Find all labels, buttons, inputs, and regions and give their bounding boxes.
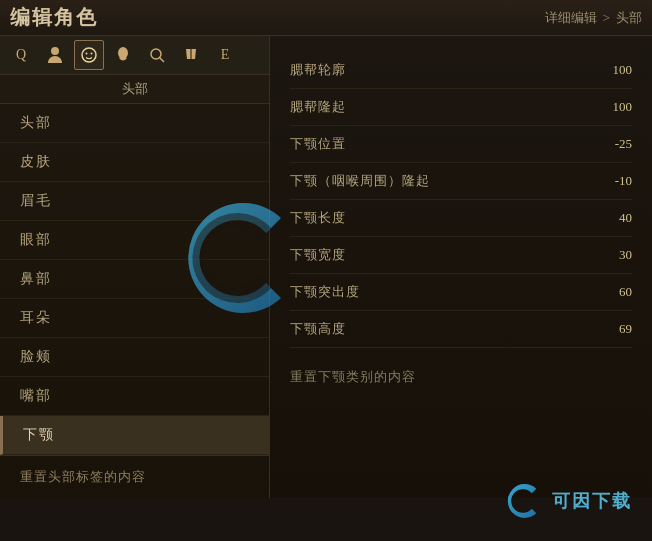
toolbar-icon-search[interactable] [142,40,172,70]
slider-row[interactable]: 腮帮轮廓100 [290,52,632,89]
sidebar-item-耳朵[interactable]: 耳朵 [0,299,269,338]
slider-label: 下颚（咽喉周围）隆起 [290,172,582,190]
nav-list: 头部皮肤眉毛眼部鼻部耳朵脸颊嘴部下颚 [0,104,269,455]
toolbar-icon-person[interactable] [40,40,70,70]
breadcrumb-parent: 详细编辑 [545,9,597,27]
sidebar-item-头部[interactable]: 头部 [0,104,269,143]
sidebar-item-皮肤[interactable]: 皮肤 [0,143,269,182]
slider-row[interactable]: 下颚长度40 [290,200,632,237]
sidebar: Q [0,36,270,498]
svg-point-4 [118,47,128,59]
slider-row[interactable]: 下颚高度69 [290,311,632,348]
slider-label: 下颚高度 [290,320,582,338]
breadcrumb-current: 头部 [616,9,642,27]
sidebar-category-label: 头部 [0,75,269,104]
reset-category-button[interactable]: 重置下颚类别的内容 [290,368,632,386]
right-panel: 腮帮轮廓100腮帮隆起100下颚位置-25下颚（咽喉周围）隆起-10下颚长度40… [270,36,652,498]
slider-label: 下颚宽度 [290,246,582,264]
slider-value: 60 [582,284,632,300]
slider-label: 腮帮轮廓 [290,61,582,79]
toolbar-icon-head[interactable] [108,40,138,70]
slider-row[interactable]: 下颚宽度30 [290,237,632,274]
sidebar-item-嘴部[interactable]: 嘴部 [0,377,269,416]
slider-value: -10 [582,173,632,189]
main-layout: Q [0,36,652,498]
svg-point-0 [51,47,59,55]
slider-value: 100 [582,99,632,115]
sidebar-item-脸颊[interactable]: 脸颊 [0,338,269,377]
slider-value: 30 [582,247,632,263]
slider-label: 下颚位置 [290,135,582,153]
slider-row[interactable]: 腮帮隆起100 [290,89,632,126]
toolbar-icon-style[interactable] [176,40,206,70]
sidebar-item-眉毛[interactable]: 眉毛 [0,182,269,221]
slider-label: 下颚长度 [290,209,582,227]
slider-row[interactable]: 下颚突出度60 [290,274,632,311]
slider-value: 100 [582,62,632,78]
slider-label: 下颚突出度 [290,283,582,301]
toolbar-icon-face[interactable] [74,40,104,70]
breadcrumb: 详细编辑 > 头部 [545,9,642,27]
page-title: 编辑角色 [10,4,98,31]
reset-head-button[interactable]: 重置头部标签的内容 [0,455,269,498]
svg-point-2 [86,53,88,55]
icon-toolbar: Q [0,36,269,75]
slider-value: 69 [582,321,632,337]
slider-row[interactable]: 下颚（咽喉周围）隆起-10 [290,163,632,200]
breadcrumb-separator: > [603,10,610,26]
slider-value: -25 [582,136,632,152]
svg-line-6 [159,57,164,62]
sidebar-item-鼻部[interactable]: 鼻部 [0,260,269,299]
slider-value: 40 [582,210,632,226]
svg-point-1 [82,48,96,62]
top-bar: 编辑角色 详细编辑 > 头部 [0,0,652,36]
sidebar-item-下颚[interactable]: 下颚 [0,416,269,455]
toolbar-icon-E[interactable]: E [210,40,240,70]
slider-label: 腮帮隆起 [290,98,582,116]
slider-row[interactable]: 下颚位置-25 [290,126,632,163]
toolbar-icon-Q[interactable]: Q [6,40,36,70]
svg-point-3 [91,53,93,55]
sidebar-item-眼部[interactable]: 眼部 [0,221,269,260]
